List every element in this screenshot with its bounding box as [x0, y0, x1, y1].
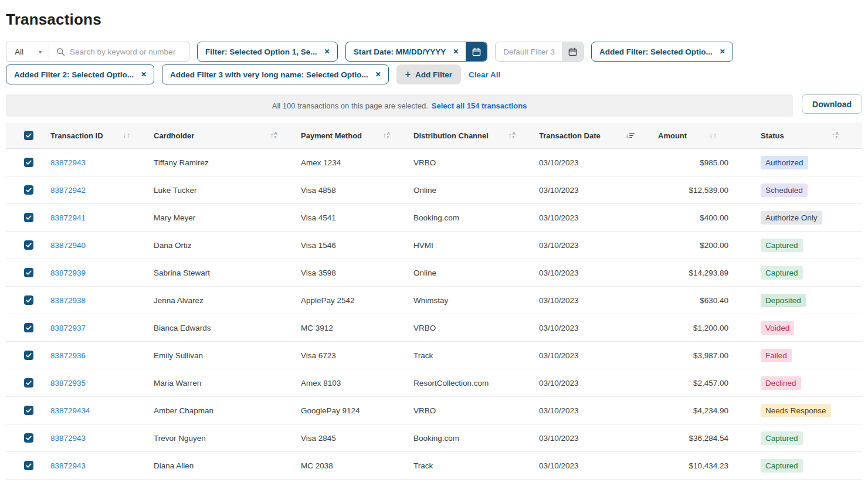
filter-chip[interactable]: Added Filter 3 with very long name: Sele… — [162, 64, 389, 84]
table-body: 83872943Tiffany RamirezAmex 1234VRBO03/1… — [6, 149, 862, 486]
cell-distribution-channel: ResortCollection.com — [413, 379, 539, 388]
cell-transaction-date: 03/10/2023 — [539, 213, 658, 222]
cell-amount: $36,284.54 — [658, 434, 740, 443]
alpha-az-icon: Az — [513, 132, 516, 140]
status-badge: Failed — [761, 349, 792, 362]
filter-chip[interactable]: Default Filter 3 — [495, 42, 584, 62]
clear-all-link[interactable]: Clear All — [469, 70, 500, 79]
cell-status: Scheduled — [740, 183, 862, 197]
search-input[interactable] — [70, 47, 182, 56]
row-checkbox-cell — [6, 351, 50, 360]
chip-remove-icon[interactable]: ✕ — [371, 70, 388, 79]
calendar-button[interactable] — [466, 42, 487, 61]
cell-transaction-date: 03/10/2023 — [539, 269, 658, 277]
row-checkbox[interactable] — [24, 185, 33, 195]
selection-banner-row: All 100 transactions on this page are se… — [6, 94, 862, 117]
row-checkbox[interactable] — [24, 323, 33, 332]
status-badge: Declined — [761, 376, 801, 390]
cell-status: Captured — [740, 239, 862, 252]
filter-chip-label: Default Filter 3 — [496, 47, 562, 56]
transaction-id-link[interactable]: 83872942 — [50, 186, 86, 195]
status-badge: Captured — [761, 266, 803, 280]
sort-icon-id[interactable]: ↓↑ — [123, 132, 130, 139]
transaction-id-link[interactable]: 83872936 — [50, 351, 86, 360]
chip-remove-icon[interactable]: ✕ — [320, 47, 337, 56]
sort-icon-date[interactable]: ↓ — [625, 132, 635, 139]
row-checkbox[interactable] — [24, 295, 33, 305]
cell-payment-method: Visa 4541 — [301, 213, 413, 222]
status-badge: Deposited — [761, 294, 806, 307]
calendar-button[interactable] — [562, 42, 583, 61]
transaction-id-link[interactable]: 83872937 — [50, 324, 86, 332]
transaction-id-link[interactable]: 83872938 — [50, 296, 86, 305]
cell-distribution-channel: Booking.com — [413, 434, 539, 443]
transaction-id-link[interactable]: 838729434 — [50, 406, 90, 415]
cell-transaction-id: 83872939 — [50, 269, 154, 277]
cell-transaction-date: 03/10/2023 — [539, 158, 658, 167]
status-badge: Authorized — [761, 156, 808, 169]
add-filter-button[interactable]: +Add Filter — [396, 64, 461, 84]
table-row: 83872943Trevor NguyenVisa 2845Booking.co… — [6, 424, 862, 452]
arrow-up-icon: ↑ — [127, 132, 130, 139]
filter-chip[interactable]: Added Filter: Selected Optio...✕ — [591, 42, 733, 62]
row-checkbox-cell — [6, 240, 50, 250]
filter-chip[interactable]: Start Date: MM/DD/YYYY✕ — [345, 42, 488, 62]
arrow-up-icon: ↑ — [508, 132, 512, 139]
sort-bars-icon — [629, 133, 635, 138]
download-button[interactable]: Download — [802, 94, 862, 114]
row-checkbox[interactable] — [24, 213, 33, 222]
chip-remove-icon[interactable]: ✕ — [136, 70, 154, 79]
scope-dropdown[interactable]: All ▾ — [6, 42, 49, 61]
selection-message: All 100 transactions on this page are se… — [272, 101, 428, 110]
column-label-amount: Amount — [658, 131, 687, 140]
transaction-id-link[interactable]: 83872943 — [50, 461, 86, 470]
row-checkbox[interactable] — [24, 378, 33, 388]
row-checkbox[interactable] — [24, 433, 33, 443]
sort-icon-channel[interactable]: ↑Az — [508, 132, 516, 140]
status-badge: Captured — [761, 459, 803, 473]
calendar-icon — [568, 47, 577, 56]
filter-row-2: Added Filter 2: Selected Optio...✕Added … — [6, 64, 862, 84]
cell-amount: $14,293.89 — [658, 269, 740, 277]
search-icon — [56, 47, 65, 56]
transaction-id-link[interactable]: 83872943 — [50, 158, 86, 167]
chip-remove-icon[interactable]: ✕ — [715, 47, 733, 56]
transaction-id-link[interactable]: 83872941 — [50, 213, 86, 222]
cell-distribution-channel: Online — [413, 269, 539, 277]
transaction-id-link[interactable]: 83872939 — [50, 269, 86, 277]
sort-icon-amount[interactable]: ↓↑ — [709, 132, 717, 139]
cell-transaction-date: 03/10/2023 — [539, 296, 658, 305]
filter-chip-label: Filter: Selected Option 1, Se... — [198, 47, 320, 56]
chip-remove-icon[interactable]: ✕ — [448, 47, 466, 56]
cell-transaction-date: 03/10/2023 — [539, 461, 658, 470]
cell-transaction-date: 03/10/2023 — [539, 324, 658, 332]
filter-chip[interactable]: Filter: Selected Option 1, Se...✕ — [197, 42, 338, 62]
sort-icon-payment[interactable]: ↑Az — [383, 132, 390, 140]
select-all-link[interactable]: Select all 154 transactions — [432, 101, 527, 110]
transaction-id-link[interactable]: 83872940 — [50, 241, 86, 250]
row-checkbox[interactable] — [24, 158, 33, 167]
row-checkbox-cell — [6, 295, 50, 305]
cell-cardholder: Diana Allen — [154, 461, 301, 470]
row-checkbox[interactable] — [24, 351, 33, 360]
transaction-id-link[interactable]: 83872935 — [50, 379, 86, 388]
table-header-row: Transaction ID↓↑Cardholder↑AzPayment Met… — [6, 123, 862, 149]
sort-icon-status[interactable]: ↑Az — [832, 132, 839, 140]
row-checkbox[interactable] — [24, 461, 33, 470]
status-badge: Voided — [761, 321, 794, 335]
selection-banner: All 100 transactions on this page are se… — [6, 94, 793, 117]
cell-transaction-id: 83872936 — [50, 351, 154, 360]
transaction-id-link[interactable]: 83872943 — [50, 434, 86, 443]
row-checkbox[interactable] — [24, 406, 33, 415]
arrow-up-icon: ↑ — [383, 132, 386, 139]
row-checkbox[interactable] — [24, 240, 33, 250]
select-all-checkbox[interactable] — [24, 131, 33, 140]
filter-chip[interactable]: Added Filter 2: Selected Optio...✕ — [6, 64, 154, 84]
cell-payment-method: GooglePay 9124 — [301, 406, 413, 415]
row-checkbox[interactable] — [24, 268, 33, 277]
cell-payment-method: Amex 1234 — [301, 158, 413, 167]
column-label-channel: Distribution Channel — [413, 131, 489, 140]
sort-icon-cardholder[interactable]: ↑Az — [270, 132, 277, 140]
column-header-amount: Amount↓↑ — [658, 131, 740, 140]
cell-amount: $10,434.23 — [658, 461, 740, 470]
